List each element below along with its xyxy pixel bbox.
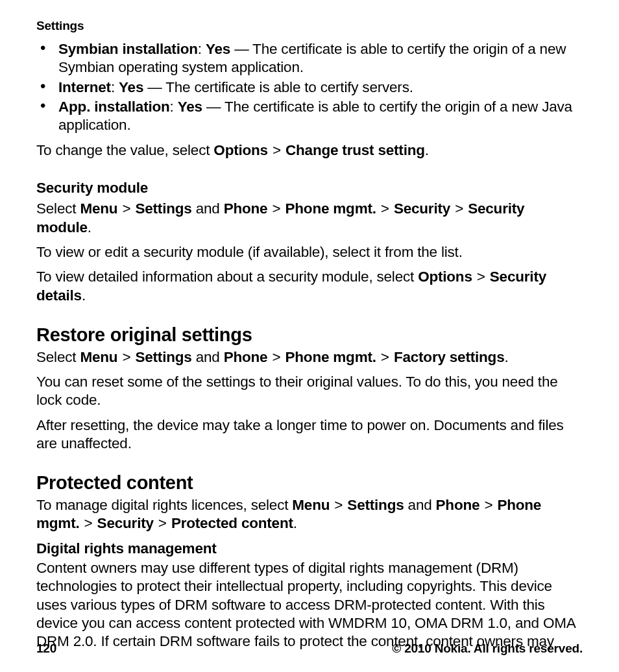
chevron-right-icon: >: [84, 515, 93, 531]
page-header: Settings: [36, 18, 583, 34]
chevron-right-icon: >: [334, 497, 343, 513]
chevron-right-icon: >: [271, 349, 281, 365]
chevron-right-icon: >: [476, 269, 486, 285]
chevron-right-icon: >: [272, 142, 282, 158]
drm-body: Content owners may use different types o…: [36, 559, 583, 651]
document-page: Settings Symbian installation: Yes — The…: [0, 0, 619, 672]
restore-heading: Restore original settings: [36, 323, 583, 347]
item-value: Yes: [206, 41, 230, 57]
chevron-right-icon: >: [483, 497, 493, 513]
chevron-right-icon: >: [454, 200, 464, 217]
chevron-right-icon: >: [158, 515, 167, 531]
protected-content-navigation: To manage digital rights licences, selec…: [36, 496, 583, 533]
copyright: © 2010 Nokia. All rights reserved.: [392, 641, 583, 656]
restore-body-1: You can reset some of the settings to th…: [36, 373, 583, 410]
security-module-navigation: Select Menu > Settings and Phone > Phone…: [36, 200, 583, 237]
restore-body-2: After resetting, the device may take a l…: [36, 416, 583, 453]
item-label: App. installation: [58, 99, 170, 115]
nav-options: Options: [213, 142, 268, 158]
nav-change-trust: Change trust setting: [285, 142, 425, 158]
item-value: Yes: [119, 79, 143, 95]
page-number: 120: [36, 641, 56, 656]
chevron-right-icon: >: [380, 349, 390, 365]
list-item: Symbian installation: Yes — The certific…: [56, 40, 583, 77]
item-label: Internet: [58, 79, 111, 95]
item-label: Symbian installation: [58, 41, 198, 57]
drm-heading: Digital rights management: [36, 540, 583, 558]
chevron-right-icon: >: [271, 200, 281, 217]
protected-content-heading: Protected content: [36, 471, 583, 495]
item-value: Yes: [178, 99, 202, 115]
restore-navigation: Select Menu > Settings and Phone > Phone…: [36, 348, 583, 366]
security-module-details: To view detailed information about a sec…: [36, 268, 583, 305]
chevron-right-icon: >: [121, 200, 131, 217]
security-module-heading: Security module: [36, 179, 583, 197]
security-module-view: To view or edit a security module (if av…: [36, 243, 583, 261]
trust-settings-list: Symbian installation: Yes — The certific…: [36, 40, 583, 135]
list-item: App. installation: Yes — The certificate…: [56, 98, 583, 135]
trust-change-paragraph: To change the value, select Options > Ch…: [36, 141, 583, 160]
chevron-right-icon: >: [380, 200, 390, 217]
item-desc: — The certificate is able to certify ser…: [143, 79, 413, 95]
list-item: Internet: Yes — The certificate is able …: [56, 78, 583, 97]
chevron-right-icon: >: [121, 349, 131, 365]
page-footer: 120 © 2010 Nokia. All rights reserved.: [36, 641, 583, 656]
